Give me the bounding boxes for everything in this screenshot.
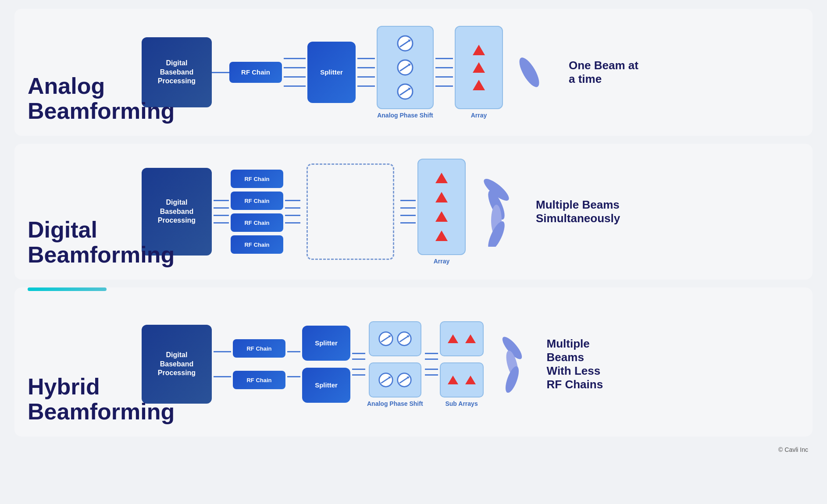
hybrid-phase-shift-bottom	[369, 362, 421, 398]
hybrid-beams-svg	[492, 336, 528, 393]
digital-rf-chain-4: RF Chain	[231, 235, 283, 254]
arrow1	[212, 72, 229, 73]
hybrid-rf-chain-1: RF Chain	[233, 339, 285, 358]
digital-rf-chain-3: RF Chain	[231, 213, 283, 232]
digital-result: Multiple BeamsSimultaneously	[536, 198, 624, 225]
copyright: © Cavli Inc	[778, 446, 808, 453]
hybrid-array-top	[440, 321, 484, 356]
hybrid-array-bottom	[440, 362, 484, 398]
hybrid-sub-array-top	[440, 321, 484, 356]
hybrid-diagram: DigitalBasebandProcessing RF Chain RF Ch…	[142, 321, 795, 407]
digital-array-caption: Array	[434, 258, 450, 265]
analog-array-block: Array	[455, 26, 503, 119]
hybrid-phase-top	[367, 321, 423, 356]
hybrid-output: MultipleBeamsWith LessRF Chains	[492, 336, 635, 393]
hybrid-lines-splitter-phase	[352, 353, 365, 376]
hybrid-phase-bottom	[367, 362, 423, 398]
footer: © Cavli Inc	[14, 444, 813, 453]
hybrid-phase-caption: Analog Phase Shift	[367, 400, 423, 407]
digital-array	[417, 159, 466, 255]
hybrid-result: MultipleBeamsWith LessRF Chains	[547, 337, 635, 392]
hybrid-lines-to-splitter	[287, 351, 300, 377]
hybrid-rf-chain-2: RF Chain	[233, 371, 285, 389]
hybrid-sub-arrays: Sub Arrays	[440, 321, 484, 407]
analog-rf-chain: RF Chain	[229, 62, 282, 83]
hybrid-splitter-stack: Splitter Splitter	[302, 326, 350, 403]
analog-array	[455, 26, 503, 109]
hybrid-splitter-1: Splitter	[302, 326, 350, 361]
analog-title: AnalogBeamforming	[28, 74, 175, 124]
digital-dashed-box	[307, 163, 394, 260]
analog-diagram: DigitalBasebandProcessing RF Chain Split…	[142, 26, 795, 119]
analog-beam-svg	[512, 55, 547, 90]
hybrid-accent-bar	[28, 287, 107, 291]
digital-rf-stack: RF Chain RF Chain RF Chain RF Chain	[231, 170, 283, 254]
digital-beams-svg	[474, 177, 514, 247]
svg-point-9	[516, 55, 543, 90]
analog-section: AnalogBeamforming DigitalBasebandProcess…	[14, 9, 813, 136]
analog-splitter-block: Splitter	[307, 42, 356, 103]
digital-lines-to-dashed	[285, 200, 300, 224]
digital-section: DigitalBeamforming DigitalBasebandProces…	[14, 144, 813, 280]
digital-lines-to-rf	[214, 200, 229, 224]
digital-array-block: Array	[417, 159, 466, 265]
analog-output: One Beam ata time	[512, 55, 656, 90]
digital-title: DigitalBeamforming	[28, 217, 175, 267]
analog-phase-caption: Analog Phase Shift	[377, 112, 433, 119]
hybrid-subarrays-caption: Sub Arrays	[440, 400, 484, 407]
analog-lines-to-splitter	[284, 58, 306, 87]
analog-splitter: Splitter	[307, 42, 356, 103]
analog-rf-block: RF Chain	[229, 62, 282, 83]
analog-result: One Beam ata time	[569, 59, 656, 86]
analog-phase-shift	[377, 26, 434, 109]
hybrid-sub-array-bottom	[440, 362, 484, 398]
hybrid-rf-stack: RF Chain RF Chain	[233, 339, 285, 389]
hybrid-splitter-2: Splitter	[302, 368, 350, 403]
analog-array-caption: Array	[471, 112, 487, 119]
hybrid-phase-shift-top	[369, 321, 421, 356]
digital-diagram: DigitalBasebandProcessing RF Chain RF Ch…	[142, 159, 795, 265]
hybrid-title: HybridBeamforming	[28, 374, 175, 424]
analog-lines-phase-array	[435, 58, 453, 87]
digital-rf-chain-1: RF Chain	[231, 170, 283, 188]
digital-lines-to-array	[400, 200, 416, 224]
analog-phase-block: Analog Phase Shift	[377, 26, 434, 119]
analog-lines-splitter-phase	[357, 58, 375, 87]
hybrid-section: HybridBeamforming DigitalBasebandProcess…	[14, 287, 813, 437]
hybrid-phase-blocks: Analog Phase Shift	[367, 321, 423, 407]
digital-output: Multiple BeamsSimultaneously	[474, 177, 624, 247]
digital-rf-chain-2: RF Chain	[231, 192, 283, 210]
hybrid-lines-to-rf	[214, 351, 231, 377]
hybrid-lines-phase-array	[425, 353, 438, 376]
